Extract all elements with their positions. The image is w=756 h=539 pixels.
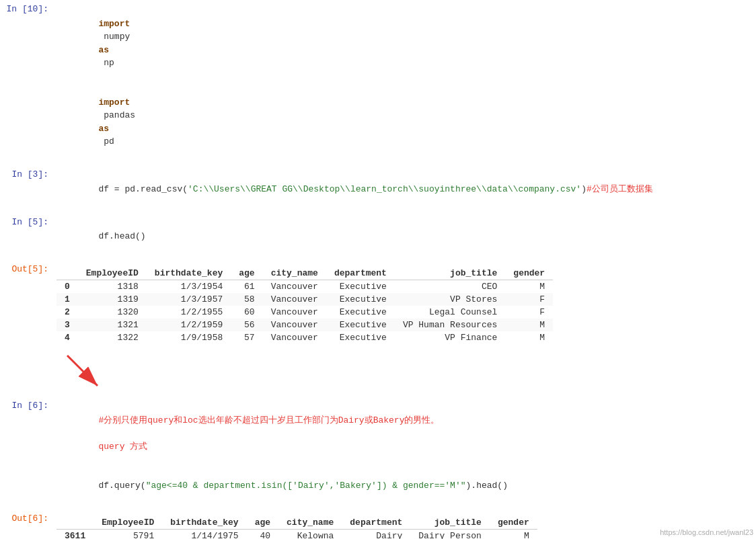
table-cell: Executive — [326, 306, 395, 319]
col-age: age — [247, 516, 278, 530]
out5-label: Out[5]: — [0, 263, 54, 274]
col-employeeid: EmployeeID — [78, 267, 147, 280]
table-cell: 4 — [56, 331, 78, 344]
cell-in10: In [10]: import numpy as np import panda… — [0, 0, 756, 165]
col-dept: department — [326, 267, 395, 280]
table-cell: 0 — [56, 280, 78, 294]
col-city: city_name — [278, 516, 342, 530]
table-cell: VP Finance — [395, 331, 505, 344]
col-index — [56, 516, 93, 530]
col-dept: department — [342, 516, 410, 530]
table-cell: 1/3/1957 — [147, 293, 231, 306]
out6-label: Out[6]: — [0, 512, 54, 524]
code-line-1: import numpy as np — [56, 4, 753, 83]
cell-out6: Out[6]: EmployeeID birthdate_key age cit… — [0, 509, 756, 539]
table-cell: Executive — [326, 331, 395, 344]
in-number: [10]: — [22, 4, 48, 14]
out6-table: EmployeeID birthdate_key age city_name d… — [56, 516, 537, 539]
table-cell: 60 — [231, 306, 262, 319]
table-cell: 1/9/1958 — [147, 331, 231, 344]
table-cell: Vancouver — [263, 319, 326, 331]
in10-label: In [10]: — [0, 3, 54, 14]
in6-label: In [6]: — [0, 399, 54, 411]
table-row: 013181/3/195461VancouverExecutiveCEOM — [56, 280, 553, 294]
code-line-2: import pandas as pd — [56, 83, 753, 161]
cell-in5: In [5]: df.head() — [0, 213, 756, 261]
arrow1-row — [0, 351, 756, 397]
svg-line-1 — [67, 356, 98, 386]
table-cell: 61 — [231, 280, 262, 294]
col-employeeid: EmployeeID — [93, 516, 162, 530]
in-keyword: In — [7, 4, 17, 14]
out5-label-text: Out[5]: — [11, 264, 48, 274]
table-cell: M — [505, 331, 553, 344]
table-cell: VP Stores — [395, 293, 505, 306]
table-cell: Vancouver — [263, 280, 326, 294]
table-cell: F — [505, 293, 553, 306]
cell-in3: In [3]: df = pd.read_csv('C:\\Users\\GRE… — [0, 165, 756, 213]
red-arrow-1 — [54, 352, 108, 392]
col-birthdate: birthdate_key — [147, 267, 231, 280]
table-cell: 1 — [56, 293, 78, 306]
out5-content: EmployeeID birthdate_key age city_name d… — [54, 263, 756, 348]
table-cell: 5791 — [93, 530, 162, 540]
table-cell: Kelowna — [278, 530, 342, 540]
table-cell: 56 — [231, 319, 262, 331]
table-cell: M — [490, 530, 537, 540]
in6-comment: #分别只使用query和loc选出年龄不超过四十岁且工作部门为Dairy或Bak… — [56, 401, 753, 466]
table-cell: CEO — [395, 280, 505, 294]
table-cell: Vancouver — [263, 331, 326, 344]
in6-content: #分别只使用query和loc选出年龄不超过四十岁且工作部门为Dairy或Bak… — [54, 399, 756, 507]
table-row: 213201/2/195560VancouverExecutiveLegal C… — [56, 306, 553, 319]
in5-label-text: In [5]: — [11, 217, 48, 227]
table-cell: Executive — [326, 293, 395, 306]
table-cell: F — [505, 306, 553, 319]
notebook: In [10]: import numpy as np import panda… — [0, 0, 756, 539]
table-cell: Legal Counsel — [395, 306, 505, 319]
in5-content: df.head() — [54, 216, 756, 258]
table-cell: 1/2/1955 — [147, 306, 231, 319]
watermark: https://blog.csdn.net/jwanl23 — [660, 528, 753, 536]
table-row: 313211/2/195956VancouverExecutiveVP Huma… — [56, 319, 553, 331]
table-cell: Executive — [326, 280, 395, 294]
table-cell: 3 — [56, 319, 78, 331]
table-cell: 2 — [56, 306, 78, 319]
col-index — [56, 267, 78, 280]
table-cell: 57 — [231, 331, 262, 344]
table-row: 113191/3/195758VancouverExecutiveVP Stor… — [56, 293, 553, 306]
out6-label-text: Out[6]: — [11, 513, 48, 524]
table-cell: Vancouver — [263, 293, 326, 306]
table-cell: Executive — [326, 319, 395, 331]
cell-out5: Out[5]: EmployeeID birthdate_key age cit… — [0, 260, 756, 351]
col-age: age — [231, 267, 262, 280]
table-cell: 1322 — [78, 331, 147, 344]
col-job: job_title — [395, 267, 505, 280]
table-cell: Dairy Person — [410, 530, 490, 540]
in5-label: In [5]: — [0, 216, 54, 227]
in3-label: In [3]: — [0, 168, 54, 179]
out5-table: EmployeeID birthdate_key age city_name d… — [56, 267, 553, 344]
in5-code: df.head() — [56, 217, 753, 257]
table-cell: VP Human Resources — [395, 319, 505, 331]
table-cell: 40 — [247, 530, 278, 540]
table-cell: 1320 — [78, 306, 147, 319]
table-cell: 58 — [231, 293, 262, 306]
table-cell: 1/2/1959 — [147, 319, 231, 331]
table-cell: 1319 — [78, 293, 147, 306]
table-cell: 3611 — [56, 530, 93, 540]
col-gender: gender — [505, 267, 553, 280]
table-cell: M — [505, 319, 553, 331]
in6-label-text: In [6]: — [11, 401, 48, 411]
table-cell: 1318 — [78, 280, 147, 294]
table-cell: 1/3/1954 — [147, 280, 231, 294]
in10-content: import numpy as np import pandas as pd — [54, 3, 756, 163]
out6-content: EmployeeID birthdate_key age city_name d… — [54, 512, 756, 539]
table-cell: 1321 — [78, 319, 147, 331]
table-row: 361157911/14/197540KelownaDairyDairy Per… — [56, 530, 537, 540]
table-cell: Dairy — [342, 530, 410, 540]
col-city: city_name — [263, 267, 326, 280]
table-cell: M — [505, 280, 553, 294]
col-birthdate: birthdate_key — [162, 516, 246, 530]
in3-label-text: In [3]: — [11, 169, 48, 179]
table-cell: Vancouver — [263, 306, 326, 319]
